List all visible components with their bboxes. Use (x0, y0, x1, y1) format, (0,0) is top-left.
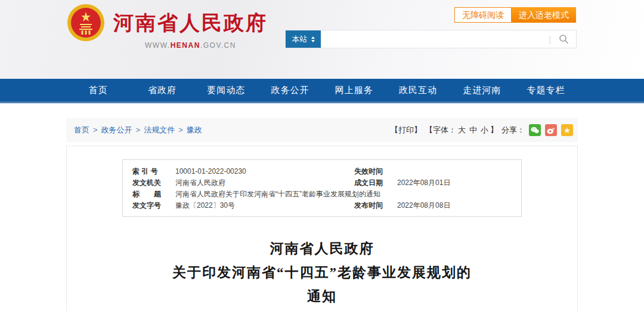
share-label: 分享： (501, 125, 525, 136)
document-title: 河南省人民政府 关于印发河南省“十四五”老龄事业发展规划的 通知 (67, 237, 577, 309)
meta-value (397, 167, 521, 176)
meta-row-title: 标 题 河南省人民政府关于印发河南省“十四五”老龄事业发展规划的通知 (123, 188, 521, 199)
site-url-prefix: WWW. (145, 41, 171, 50)
nav-item-public-interaction[interactable]: 政民互动 (386, 79, 450, 101)
site-brand[interactable]: 河南省人民政府 WWW.HENAN.GOV.CN (67, 4, 268, 50)
nav-item-home[interactable]: 首页 (66, 79, 130, 101)
meta-row-index-number: 索 引 号 10001-01-2022-00230 失效时间 (123, 165, 521, 177)
site-url: WWW.HENAN.GOV.CN (113, 41, 268, 50)
font-size-small-button[interactable]: 小 (481, 125, 488, 136)
document-panel: 索 引 号 10001-01-2022-00230 失效时间 发文机关 河南省人… (66, 146, 578, 311)
meta-value: 10001-01-2022-00230 (175, 167, 354, 176)
breadcrumb-toolbar-row: 首页>政务公开>法规文件>豫政 【打印】 【字体：大中小】 分享： ★ (66, 118, 578, 142)
share-wechat-icon[interactable] (529, 124, 541, 136)
share-weibo-icon[interactable] (545, 124, 557, 136)
meta-value: 河南省人民政府 (175, 178, 354, 187)
meta-value: 豫政〔2022〕30号 (175, 201, 354, 210)
search-bar: 本站 | (285, 30, 577, 48)
nav-item-about-henan[interactable]: 走进河南 (450, 79, 514, 101)
nav-item-online-services[interactable]: 网上服务 (322, 79, 386, 101)
breadcrumb: 首页>政务公开>法规文件>豫政 (74, 125, 202, 136)
main-nav: 首页 省政府 要闻动态 政务公开 网上服务 政民互动 走进河南 专题专栏 (0, 79, 644, 103)
nav-item-provincial-government[interactable]: 省政府 (130, 79, 194, 101)
breadcrumb-item-yuzheng[interactable]: 豫政 (187, 125, 202, 134)
elder-mode-button[interactable]: 进入适老模式 (512, 7, 576, 23)
print-button[interactable]: 【打印】 (391, 125, 422, 136)
breadcrumb-separator: > (93, 125, 98, 134)
meta-label: 发布时间 (354, 201, 397, 210)
document-title-line: 河南省人民政府 (67, 237, 577, 261)
search-input[interactable] (321, 30, 549, 48)
meta-label: 索 引 号 (132, 167, 175, 176)
sort-arrows-icon (311, 36, 315, 42)
meta-label: 发文字号 (132, 201, 175, 210)
breadcrumb-item-gov-affairs[interactable]: 政务公开 (101, 125, 132, 134)
search-icon (559, 34, 569, 44)
site-header: 河南省人民政府 WWW.HENAN.GOV.CN 无障碍阅读 进入适老模式 本站… (0, 0, 644, 79)
meta-row-document-number: 发文字号 豫政〔2022〕30号 发布时间 2022年08月08日 (123, 199, 521, 211)
favorite-star-icon[interactable]: ★ (561, 124, 573, 136)
site-url-suffix: .GOV.CN (200, 41, 236, 50)
header-buttons: 无障碍阅读 进入适老模式 (454, 7, 576, 23)
meta-label: 发文机关 (132, 178, 175, 187)
meta-value: 2022年08月08日 (397, 201, 521, 210)
meta-label: 标 题 (132, 189, 175, 199)
nav-item-special-columns[interactable]: 专题专栏 (514, 79, 578, 101)
meta-value: 2022年08月01日 (397, 178, 521, 187)
document-meta-table: 索 引 号 10001-01-2022-00230 失效时间 发文机关 河南省人… (122, 159, 522, 217)
meta-label: 成文日期 (354, 178, 397, 187)
breadcrumb-item-regulations[interactable]: 法规文件 (144, 125, 175, 134)
accessibility-reading-button[interactable]: 无障碍阅读 (454, 7, 512, 23)
meta-value: 河南省人民政府关于印发河南省“十四五”老龄事业发展规划的通知 (175, 189, 521, 199)
font-size-label-close: 】 (490, 125, 498, 136)
nav-item-news[interactable]: 要闻动态 (194, 79, 258, 101)
brand-text: 河南省人民政府 WWW.HENAN.GOV.CN (113, 4, 268, 50)
site-title: 河南省人民政府 (113, 10, 268, 37)
nav-item-gov-affairs-disclosure[interactable]: 政务公开 (258, 79, 322, 101)
meta-row-issuing-agency: 发文机关 河南省人民政府 成文日期 2022年08月01日 (123, 177, 521, 188)
page-toolbar: 【打印】 【字体：大中小】 分享： ★ (387, 124, 573, 136)
nav-inner: 首页 省政府 要闻动态 政务公开 网上服务 政民互动 走进河南 专题专栏 (66, 79, 578, 101)
font-size-large-button[interactable]: 大 (458, 125, 466, 136)
breadcrumb-item-home[interactable]: 首页 (74, 125, 89, 134)
search-scope-label: 本站 (292, 34, 308, 45)
national-emblem-logo (67, 4, 105, 42)
breadcrumb-separator: > (178, 125, 183, 134)
document-title-line: 通知 (67, 285, 577, 309)
document-title-line: 关于印发河南省“十四五”老龄事业发展规划的 (67, 261, 577, 285)
meta-label: 失效时间 (354, 167, 397, 176)
search-scope-select[interactable]: 本站 (286, 30, 321, 48)
breadcrumb-separator: > (136, 125, 141, 134)
search-button[interactable] (551, 30, 576, 48)
font-size-label-open: 【字体： (425, 125, 456, 136)
site-url-highlight: HENAN (171, 41, 200, 50)
font-size-medium-button[interactable]: 中 (469, 125, 477, 136)
